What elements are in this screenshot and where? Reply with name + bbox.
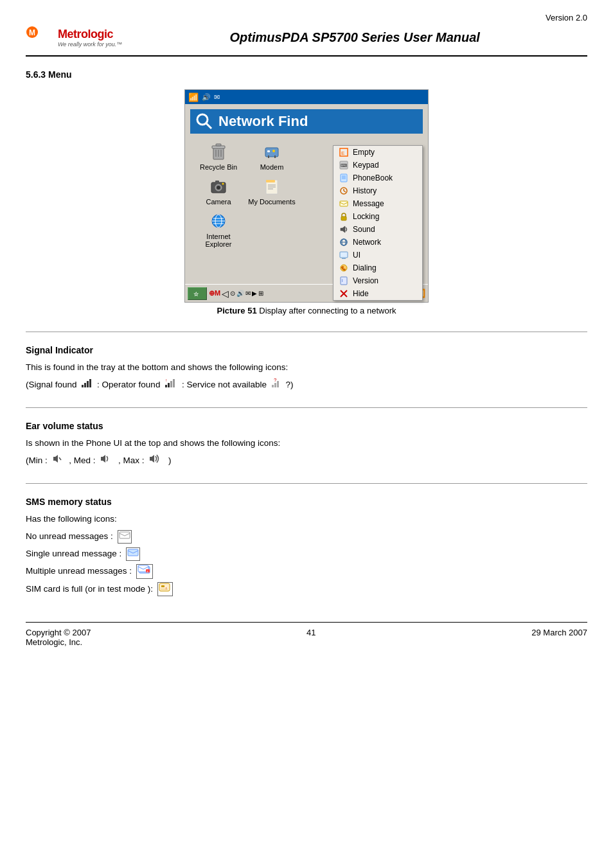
svg-rect-78 bbox=[128, 549, 138, 556]
locking-menu-icon bbox=[339, 211, 349, 222]
modem-svg bbox=[263, 143, 281, 161]
sms-sim-full: SIM card is full (or in test mode ): ! bbox=[26, 582, 587, 597]
sms-sim-full-text: SIM card is full (or in test mode ): bbox=[26, 584, 155, 594]
svg-rect-5 bbox=[212, 146, 225, 148]
volume-max-icon bbox=[148, 454, 164, 467]
signal-indicator-para1: This is found in the tray at the bottom … bbox=[26, 360, 587, 375]
sms-memory-heading: SMS memory status bbox=[26, 497, 587, 507]
signal-indicator-para2: (Signal found : Operator found ! : Servi… bbox=[26, 378, 587, 392]
svg-rect-67 bbox=[272, 385, 274, 387]
sms-envelope-empty bbox=[119, 531, 130, 539]
version-menu-icon: i bbox=[339, 276, 349, 286]
menu-item-network[interactable]: Network bbox=[333, 236, 422, 249]
sms-sim-svg: ! bbox=[159, 583, 172, 592]
svg-rect-63 bbox=[168, 383, 170, 387]
logo-name: Metrologic bbox=[58, 28, 122, 41]
taskbar-icon-4[interactable]: ✉ bbox=[245, 290, 251, 297]
desktop-content: Recycle Bin Mo bbox=[190, 139, 423, 251]
vol-med-svg bbox=[100, 454, 114, 463]
menu-sound-label: Sound bbox=[353, 225, 375, 234]
taskbar-icon-1[interactable]: ◁ bbox=[222, 288, 229, 299]
my-documents-label: My Documents bbox=[248, 198, 295, 206]
svg-point-12 bbox=[272, 150, 275, 152]
signal-indicator-section: Signal Indicator This is found in the tr… bbox=[26, 345, 587, 391]
screenshot-container: 📶 🔊 ✉ Network Find bbox=[26, 89, 587, 303]
svg-rect-64 bbox=[170, 381, 172, 387]
menu-message-label: Message bbox=[353, 199, 384, 208]
menu-item-keypad[interactable]: ⌨ Keypad bbox=[333, 159, 422, 172]
internet-explorer-icon[interactable]: Internet Explorer bbox=[193, 211, 244, 248]
ie-svg bbox=[209, 212, 227, 230]
sms-multiple-icon: + bbox=[136, 564, 153, 578]
menu-item-dialing[interactable]: Dialing bbox=[333, 261, 422, 274]
network-menu-icon bbox=[339, 237, 349, 247]
svg-marker-73 bbox=[101, 455, 105, 463]
menu-network-label: Network bbox=[353, 238, 381, 247]
modem-img bbox=[262, 141, 282, 162]
status-bar: 📶 🔊 ✉ bbox=[185, 90, 428, 104]
menu-item-phonebook[interactable]: PhoneBook bbox=[333, 172, 422, 184]
picture-caption-text: Display after connecting to a network bbox=[259, 306, 396, 315]
taskbar-icon-3[interactable]: 🔊 bbox=[236, 290, 244, 297]
email-icon: ✉ bbox=[214, 93, 220, 102]
recycle-bin-icon[interactable]: Recycle Bin bbox=[193, 141, 244, 171]
svg-rect-49 bbox=[340, 252, 348, 258]
svg-point-17 bbox=[217, 186, 220, 190]
my-documents-icon[interactable]: My Documents bbox=[246, 176, 298, 206]
sms-single-text: Single unread message : bbox=[26, 549, 124, 558]
network-find-icon bbox=[195, 112, 213, 130]
svg-rect-50 bbox=[342, 258, 346, 259]
menu-item-locking[interactable]: Locking bbox=[333, 210, 422, 223]
taskbar-icon-6[interactable]: ⊞ bbox=[258, 290, 263, 297]
sound-menu-icon bbox=[339, 224, 349, 235]
device-screenshot: 📶 🔊 ✉ Network Find bbox=[184, 89, 429, 303]
sms-has-following: Has the following icons: bbox=[26, 512, 587, 526]
taskbar-icon-2[interactable]: ⊙ bbox=[230, 290, 235, 297]
network-find-text: Network Find bbox=[218, 113, 308, 130]
ui-menu-icon bbox=[339, 250, 349, 260]
menu-item-message[interactable]: Message bbox=[333, 197, 422, 210]
document-title: OptimusPDA SP5700 Series User Manual bbox=[122, 30, 587, 45]
phonebook-menu-icon bbox=[339, 173, 349, 183]
svg-rect-87 bbox=[159, 583, 170, 591]
picture-caption: Picture 51 Display after connecting to a… bbox=[26, 306, 587, 315]
menu-item-version[interactable]: i Version bbox=[333, 274, 422, 287]
section-divider bbox=[26, 332, 587, 332]
svg-rect-11 bbox=[267, 150, 270, 152]
footer-date: 29 March 2007 bbox=[531, 628, 587, 647]
start-button[interactable]: ☆ bbox=[188, 287, 207, 300]
menu-item-sound[interactable]: Sound bbox=[333, 223, 422, 236]
keypad-menu-icon: ⌨ bbox=[339, 160, 349, 170]
page-header: M Metrologic We really work for you.™ Op… bbox=[26, 26, 587, 57]
menu-item-history[interactable]: History bbox=[333, 184, 422, 197]
menu-item-empty[interactable]: E Empty bbox=[333, 146, 422, 159]
taskbar-icon-5[interactable]: ▶ bbox=[252, 290, 257, 297]
signal-svc-text: : Service not available bbox=[182, 380, 269, 389]
camera-label: Camera bbox=[206, 198, 231, 206]
ie-label: Internet Explorer bbox=[193, 233, 244, 248]
menu-item-ui[interactable]: UI bbox=[333, 249, 422, 261]
page-footer: Copyright © 2007 Metrologic, Inc. 41 29 … bbox=[26, 622, 587, 647]
section-divider-2 bbox=[26, 407, 587, 408]
sms-single: Single unread message : bbox=[26, 547, 587, 561]
svg-line-3 bbox=[206, 123, 211, 128]
menu-item-hide[interactable]: Hide bbox=[333, 287, 422, 300]
metrologic-logo-icon: M bbox=[26, 26, 54, 49]
status-bar-left: 📶 🔊 ✉ bbox=[188, 93, 220, 102]
modem-label: Modem bbox=[260, 163, 284, 171]
sms-sim-full-icon: ! bbox=[157, 582, 173, 596]
modem-icon[interactable]: Modem bbox=[246, 141, 298, 171]
taskbar-m-icon[interactable]: ⊕M bbox=[209, 289, 220, 297]
svg-rect-61 bbox=[89, 379, 91, 387]
svg-text:⌨: ⌨ bbox=[341, 163, 347, 168]
empty-menu-icon: E bbox=[339, 147, 349, 157]
version-text: Version 2.0 bbox=[26, 13, 587, 22]
svg-rect-69 bbox=[277, 381, 279, 387]
ie-img bbox=[208, 211, 229, 231]
sms-envelope-multi: + bbox=[138, 565, 152, 574]
signal-found-icon bbox=[81, 378, 93, 391]
svg-text:?: ? bbox=[274, 378, 277, 383]
camera-icon[interactable]: Camera bbox=[193, 176, 244, 206]
svg-rect-44 bbox=[341, 217, 346, 220]
svg-point-2 bbox=[197, 114, 208, 125]
